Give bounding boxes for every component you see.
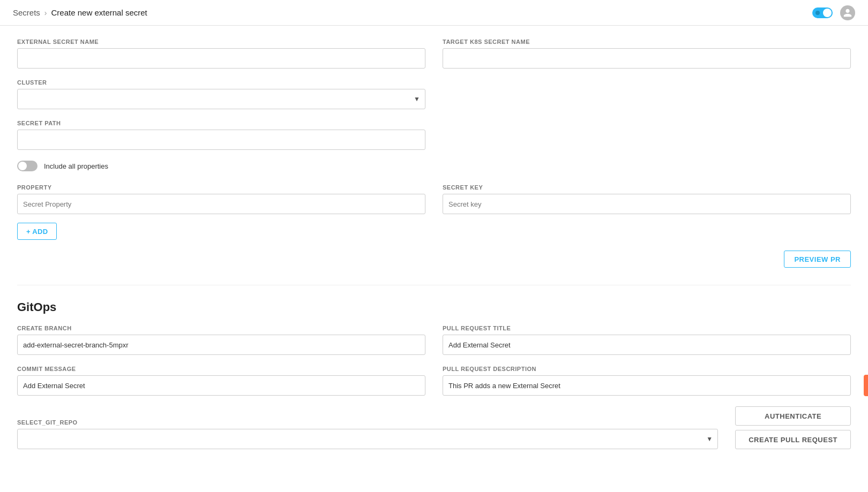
group-pull-request-title: PULL REQUEST TITLE [443, 325, 851, 355]
select-git-repo-label: SELECT_GIT_REPO [17, 419, 718, 426]
group-commit-message: COMMIT MESSAGE [17, 366, 425, 396]
secret-key-label: Secret Key [443, 184, 851, 191]
include-all-properties-label: Include all properties [44, 162, 108, 170]
secret-path-label: SECRET PATH [17, 120, 425, 126]
header: Secrets › Create new external secret [0, 0, 868, 26]
pull-request-description-input[interactable] [443, 375, 851, 396]
group-property: PROPERTY [17, 184, 425, 214]
group-target-k8s: TARGET K8s SECRET NAME [443, 39, 851, 69]
preview-pr-button[interactable]: PREVIEW PR [784, 251, 851, 268]
group-secret-path: SECRET PATH [17, 120, 425, 150]
breadcrumb-current: Create new external secret [51, 8, 147, 17]
breadcrumb: Secrets › Create new external secret [13, 8, 147, 17]
group-pull-request-description: PULL REQUEST DESCRIPTION [443, 366, 851, 396]
create-branch-input[interactable] [17, 335, 425, 355]
cluster-select-wrapper: ▼ [17, 89, 425, 109]
right-accent [864, 375, 868, 396]
select-git-repo-select[interactable] [17, 429, 718, 449]
commit-message-input[interactable] [17, 375, 425, 396]
secret-path-input[interactable] [17, 130, 425, 150]
preview-pr-wrap: PREVIEW PR [17, 251, 851, 268]
pull-request-title-input[interactable] [443, 335, 851, 355]
group-secret-key: Secret Key [443, 184, 851, 214]
row-secret-path: SECRET PATH [17, 120, 425, 150]
commit-message-label: COMMIT MESSAGE [17, 366, 425, 372]
pull-request-title-label: PULL REQUEST TITLE [443, 325, 851, 331]
target-k8s-input[interactable] [443, 48, 851, 69]
gitops-title: GitOps [17, 300, 851, 314]
row-cluster: CLUSTER ▼ [17, 79, 425, 109]
secret-key-input[interactable] [443, 194, 851, 214]
group-cluster: CLUSTER ▼ [17, 79, 425, 109]
gitops-section: GitOps CREATE BRANCH PULL REQUEST TITLE … [17, 300, 851, 449]
user-avatar[interactable] [840, 5, 855, 20]
add-button[interactable]: + ADD [17, 223, 57, 240]
target-k8s-label: TARGET K8s SECRET NAME [443, 39, 851, 45]
cluster-label: CLUSTER [17, 79, 425, 86]
property-label: PROPERTY [17, 184, 425, 191]
select-git-repo-wrapper: ▼ [17, 429, 718, 449]
right-buttons-group: AUTHENTICATE CREATE PULL REQUEST [735, 406, 851, 449]
cluster-select[interactable] [17, 89, 425, 109]
authenticate-button[interactable]: AUTHENTICATE [735, 406, 851, 426]
include-all-properties-toggle[interactable] [17, 161, 38, 171]
row-external-target: EXTERNAL SECRET NAME TARGET K8s SECRET N… [17, 39, 851, 69]
group-create-branch: CREATE BRANCH [17, 325, 425, 355]
section-divider [17, 285, 851, 285]
include-all-properties-row: Include all properties [17, 161, 851, 171]
row-branch-pr-title: CREATE BRANCH PULL REQUEST TITLE [17, 325, 851, 355]
external-secret-name-label: EXTERNAL SECRET NAME [17, 39, 425, 45]
property-section: PROPERTY Secret Key [17, 184, 851, 214]
theme-toggle-wrap[interactable] [812, 7, 833, 18]
breadcrumb-secrets-link[interactable]: Secrets [13, 8, 40, 17]
property-input[interactable] [17, 194, 425, 214]
toggle-dot [815, 11, 820, 15]
create-pull-request-button[interactable]: CREATE PULL REQUEST [735, 430, 851, 449]
theme-toggle[interactable] [812, 7, 833, 18]
main-content: EXTERNAL SECRET NAME TARGET K8s SECRET N… [0, 26, 868, 492]
row-git-repo-authenticate: SELECT_GIT_REPO ▼ AUTHENTICATE CREATE PU… [17, 406, 851, 449]
property-row: PROPERTY Secret Key [17, 184, 851, 214]
pull-request-description-label: PULL REQUEST DESCRIPTION [443, 366, 851, 372]
group-select-git-repo: SELECT_GIT_REPO ▼ [17, 419, 718, 449]
group-external-secret-name: EXTERNAL SECRET NAME [17, 39, 425, 69]
breadcrumb-separator: › [44, 9, 47, 17]
row-commit-description: COMMIT MESSAGE PULL REQUEST DESCRIPTION [17, 366, 851, 396]
header-actions [812, 5, 855, 20]
external-secret-name-input[interactable] [17, 48, 425, 69]
create-branch-label: CREATE BRANCH [17, 325, 425, 331]
